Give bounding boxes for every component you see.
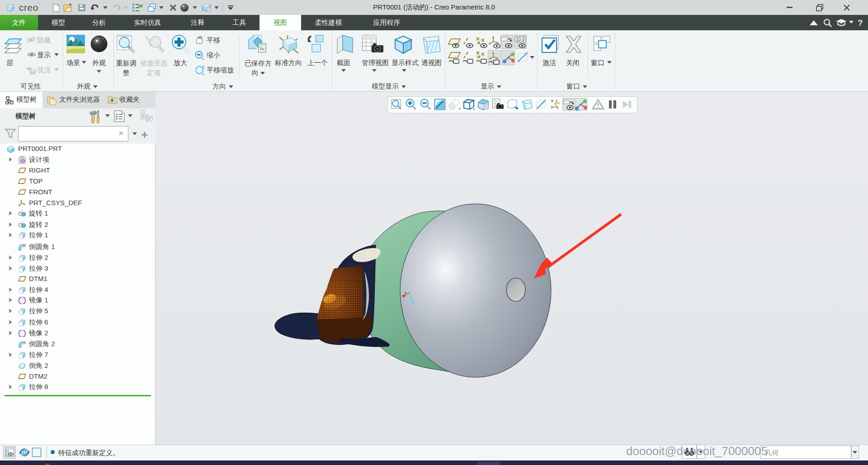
svg-text:10.0: 10.0	[516, 37, 525, 42]
